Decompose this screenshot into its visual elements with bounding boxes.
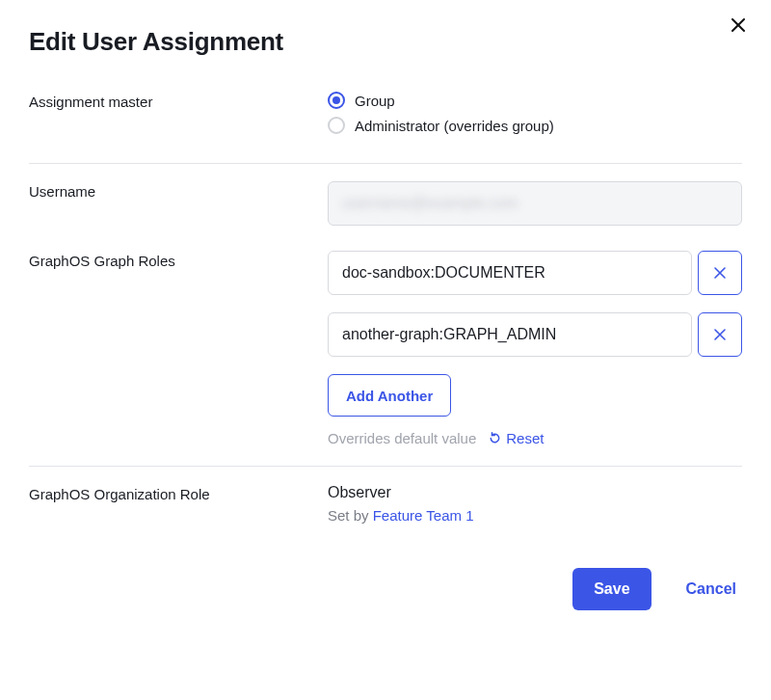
close-icon bbox=[731, 17, 746, 33]
graph-role-input[interactable]: another-graph:GRAPH_ADMIN bbox=[328, 312, 692, 357]
set-by-link[interactable]: Feature Team 1 bbox=[373, 507, 474, 524]
page-title: Edit User Assignment bbox=[29, 27, 283, 57]
reset-icon bbox=[488, 431, 502, 445]
graph-roles-label: GraphOS Graph Roles bbox=[29, 251, 328, 269]
org-role-label: GraphOS Organization Role bbox=[29, 484, 328, 502]
override-hint: Overrides default value bbox=[328, 430, 476, 446]
close-icon bbox=[714, 329, 726, 340]
assignment-master-label: Assignment master bbox=[29, 92, 328, 110]
remove-role-button[interactable] bbox=[698, 251, 742, 295]
reset-label: Reset bbox=[506, 430, 544, 446]
username-row: Username username@example.com bbox=[29, 164, 742, 245]
graph-role-entry: doc-sandbox:DOCUMENTER bbox=[328, 251, 742, 295]
username-label: Username bbox=[29, 181, 328, 200]
graph-role-entry: another-graph:GRAPH_ADMIN bbox=[328, 312, 742, 357]
radio-icon bbox=[328, 92, 345, 109]
radio-admin-option[interactable]: Administrator (overrides group) bbox=[328, 117, 742, 134]
set-by-prefix: Set by bbox=[328, 507, 373, 524]
username-input[interactable]: username@example.com bbox=[328, 181, 742, 226]
graph-roles-row: GraphOS Graph Roles doc-sandbox:DOCUMENT… bbox=[29, 245, 742, 466]
radio-label: Administrator (overrides group) bbox=[355, 118, 554, 134]
dialog-footer: Save Cancel bbox=[29, 543, 742, 610]
remove-role-button[interactable] bbox=[698, 312, 742, 357]
close-icon bbox=[714, 267, 726, 279]
cancel-button[interactable]: Cancel bbox=[680, 568, 742, 610]
org-role-value: Observer bbox=[328, 484, 742, 501]
radio-label: Group bbox=[355, 93, 395, 109]
graph-role-input[interactable]: doc-sandbox:DOCUMENTER bbox=[328, 251, 692, 295]
reset-button[interactable]: Reset bbox=[488, 430, 544, 446]
radio-group-option[interactable]: Group bbox=[328, 92, 742, 109]
add-another-button[interactable]: Add Another bbox=[328, 374, 451, 417]
org-role-set-by: Set by Feature Team 1 bbox=[328, 507, 742, 524]
username-masked-value: username@example.com bbox=[342, 195, 518, 212]
org-role-row: GraphOS Organization Role Observer Set b… bbox=[29, 467, 742, 543]
radio-icon bbox=[328, 117, 345, 134]
assignment-master-row: Assignment master Group Administrator (o… bbox=[29, 57, 742, 163]
close-button[interactable] bbox=[727, 15, 750, 35]
save-button[interactable]: Save bbox=[572, 568, 651, 610]
